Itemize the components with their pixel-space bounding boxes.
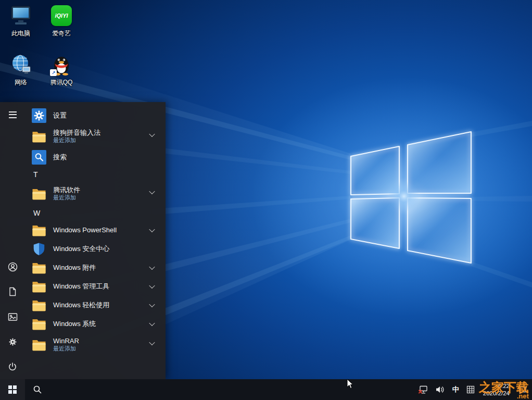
desktop-icon-label: 腾讯QQ (50, 78, 73, 87)
power-icon (8, 362, 17, 371)
network-disconnected-icon (419, 385, 428, 394)
start-app-item[interactable]: Windows 安全中心 (25, 240, 166, 258)
app-label: Windows 安全中心 (53, 245, 109, 253)
settings-button[interactable] (0, 329, 25, 354)
start-app-list: 设置 搜狗拼音输入法 最近添加 (25, 102, 166, 379)
this-pc-icon (9, 4, 33, 27)
folder-icon (31, 337, 47, 353)
app-label: 搜索 (53, 153, 67, 161)
start-section-header[interactable]: W (25, 205, 166, 221)
start-app-item[interactable]: 腾讯软件 最近添加 (25, 182, 166, 205)
ime-mode-indicator[interactable]: 中 (449, 379, 463, 400)
desktop-icon-iqiyi[interactable]: iQIYI 爱奇艺 (42, 4, 81, 38)
start-app-item[interactable]: Windows PowerShell (25, 221, 166, 240)
desktop-icon-this-pc[interactable]: 此电脑 (1, 4, 41, 38)
start-section-header[interactable]: T (25, 167, 166, 182)
settings-tile-icon (31, 108, 47, 123)
app-label: Windows 系统 (53, 320, 96, 328)
ime-grid-button[interactable] (463, 379, 478, 400)
clock-date: 2020/2/24 (483, 390, 510, 397)
user-account-icon (8, 262, 18, 272)
desktop-icon-network[interactable]: 网络 (1, 53, 41, 87)
chevron-down-icon[interactable] (149, 264, 155, 270)
action-center-button[interactable] (514, 379, 531, 400)
app-sublabel: 最近添加 (53, 194, 80, 202)
shortcut-arrow-icon: ↗ (50, 69, 57, 76)
screen: 此电脑 iQIYI 爱奇艺 网络 (0, 0, 532, 400)
search-icon (33, 385, 42, 394)
pictures-button[interactable] (0, 304, 25, 329)
chevron-down-icon[interactable] (149, 283, 155, 289)
app-label: WinRAR (53, 337, 79, 345)
app-label: Windows 附件 (53, 264, 96, 272)
app-label: Windows 管理工具 (53, 282, 109, 291)
documents-icon (8, 287, 17, 296)
app-label: 搜狗拼音输入法 (53, 129, 100, 137)
folder-icon (31, 222, 47, 238)
search-tile-icon (31, 149, 47, 165)
power-button[interactable] (0, 354, 25, 379)
taskbar-search-button[interactable] (25, 379, 50, 400)
volume-button[interactable] (432, 379, 449, 400)
desktop-icon-qq[interactable]: ↗ 腾讯QQ (42, 53, 81, 87)
start-app-item[interactable]: 搜狗拼音输入法 最近添加 (25, 125, 166, 148)
start-menu: 设置 搜狗拼音输入法 最近添加 (0, 102, 166, 379)
chevron-down-icon[interactable] (149, 302, 155, 307)
network-icon (9, 53, 33, 76)
chevron-down-icon[interactable] (149, 131, 155, 137)
clock-time: 6:22 (498, 382, 510, 390)
desktop-icon-label: 此电脑 (11, 29, 30, 38)
start-app-item[interactable]: 搜索 (25, 148, 166, 167)
start-menu-rail (0, 102, 25, 379)
chevron-down-icon[interactable] (149, 340, 155, 345)
iqiyi-icon: iQIYI (49, 4, 73, 27)
app-sublabel: 最近添加 (53, 137, 100, 144)
taskbar: 中 6:22 2020/2/24 (0, 379, 532, 400)
chevron-down-icon[interactable] (149, 227, 155, 232)
desktop-icon-label: 爱奇艺 (52, 29, 71, 38)
expand-menu-button[interactable] (0, 102, 25, 127)
start-app-item[interactable]: Windows 系统 (25, 315, 166, 333)
app-sublabel: 最近添加 (53, 345, 79, 353)
taskbar-clock[interactable]: 6:22 2020/2/24 (478, 379, 514, 400)
start-button[interactable] (0, 379, 25, 400)
user-account-button[interactable] (0, 254, 25, 279)
documents-button[interactable] (0, 279, 25, 304)
settings-gear-icon (8, 337, 18, 347)
start-app-item[interactable]: Windows 管理工具 (25, 277, 166, 296)
section-label: W (33, 209, 40, 217)
folder-icon (31, 129, 47, 144)
volume-icon (436, 385, 445, 394)
start-app-item[interactable]: Windows 轻松使用 (25, 296, 166, 315)
start-app-item[interactable]: 设置 (25, 106, 166, 125)
chevron-down-icon[interactable] (149, 189, 155, 194)
ime-grid-icon (466, 385, 475, 394)
app-label: 设置 (53, 111, 67, 120)
action-center-icon (518, 385, 527, 394)
hamburger-icon (9, 111, 17, 118)
folder-icon (31, 186, 47, 202)
app-label: 腾讯软件 (53, 186, 80, 194)
network-status-button[interactable] (415, 379, 432, 400)
start-app-item[interactable]: Windows 附件 (25, 258, 166, 277)
chevron-down-icon[interactable] (149, 320, 155, 326)
section-label: T (33, 170, 38, 179)
start-app-item[interactable]: WinRAR 最近添加 (25, 333, 166, 356)
pictures-icon (8, 312, 18, 321)
windows-logo-icon (8, 385, 17, 394)
folder-icon (31, 260, 47, 276)
qq-penguin-icon: ↗ (49, 53, 73, 76)
folder-icon (31, 297, 47, 313)
system-tray: 中 6:22 2020/2/24 (415, 379, 532, 400)
desktop-icon-label: 网络 (15, 78, 27, 87)
folder-icon (31, 316, 47, 332)
folder-icon (31, 279, 47, 294)
app-label: Windows PowerShell (53, 226, 117, 234)
app-label: Windows 轻松使用 (53, 301, 109, 309)
shield-icon (31, 241, 47, 257)
